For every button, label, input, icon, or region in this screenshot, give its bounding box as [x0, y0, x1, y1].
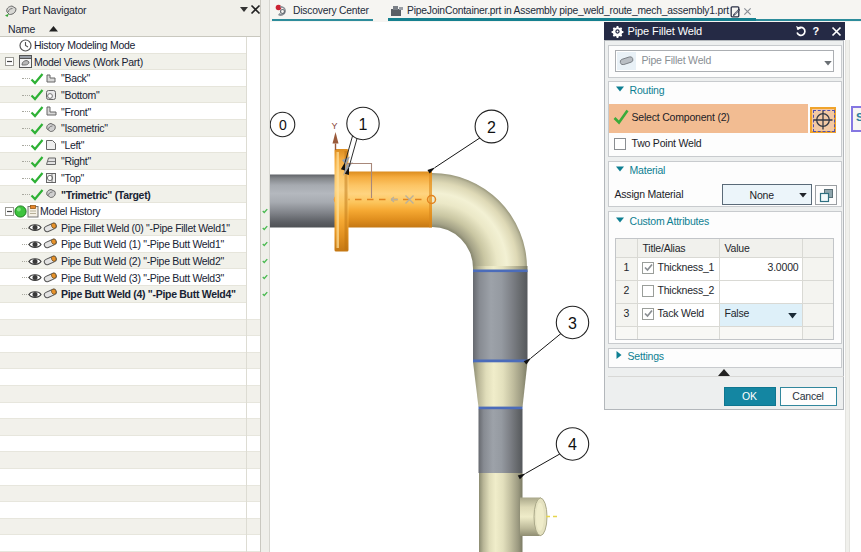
svg-text:1: 1	[359, 116, 368, 133]
svg-text:4: 4	[568, 436, 577, 453]
svg-text:Y: Y	[332, 121, 338, 131]
svg-text:3: 3	[568, 315, 577, 332]
svg-text:2: 2	[487, 119, 496, 136]
svg-text:0: 0	[279, 117, 287, 133]
